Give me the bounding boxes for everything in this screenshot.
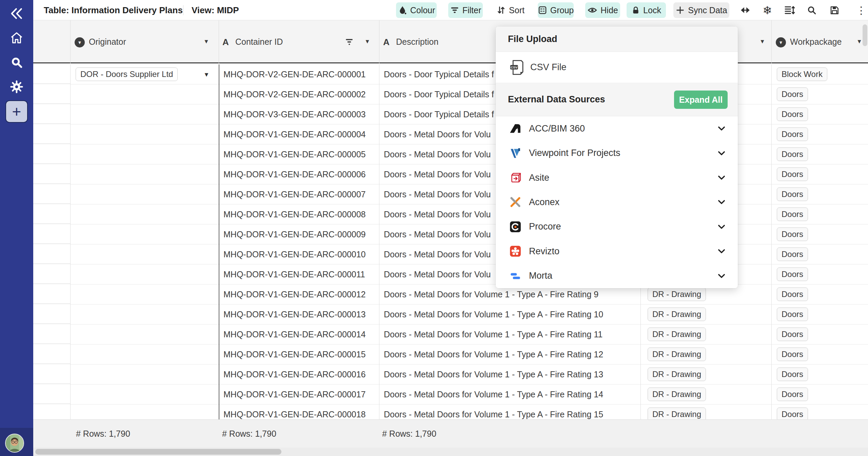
table-row[interactable]: MHQ-DOR-V1-GEN-DE-ARC-000010Doors - Meta… <box>70 244 868 264</box>
lock-button[interactable]: Lock <box>627 2 666 18</box>
table-row[interactable]: MHQ-DOR-V1-GEN-DE-ARC-000012Doors - Meta… <box>70 284 868 304</box>
workpackage-chip[interactable]: Doors <box>777 267 808 281</box>
chevron-down-icon[interactable] <box>717 222 726 232</box>
description-cell[interactable]: Doors - Door Typical Details f <box>384 84 494 104</box>
workpackage-chip[interactable]: Doors <box>777 127 808 141</box>
container-id-cell[interactable]: MHQ-DOR-V1-GEN-DE-ARC-000015 <box>223 344 366 364</box>
workpackage-chip[interactable]: Doors <box>777 147 808 161</box>
table-row[interactable]: MHQ-DOR-V1-GEN-DE-ARC-000016Doors - Meta… <box>70 364 868 384</box>
chevron-down-icon[interactable] <box>717 197 726 207</box>
avatar[interactable] <box>5 434 24 453</box>
workpackage-chip[interactable]: Doors <box>777 408 808 419</box>
sync-data-button[interactable]: Sync Data <box>673 2 729 18</box>
table-row[interactable]: MHQ-DOR-V1-GEN-DE-ARC-000013Doors - Meta… <box>70 304 868 324</box>
description-cell[interactable]: Doors - Door Typical Details f <box>384 104 494 124</box>
source-item-asite[interactable]: Asite <box>496 165 738 190</box>
container-id-cell[interactable]: MHQ-DOR-V1-GEN-DE-ARC-000016 <box>223 364 366 384</box>
workpackage-chip[interactable]: Doors <box>777 288 808 301</box>
table-row[interactable]: MHQ-DOR-V2-GEN-DE-ARC-000002Doors - Door… <box>70 84 868 104</box>
workpackage-chip[interactable]: Doors <box>777 87 808 101</box>
description-cell[interactable]: Doors - Metal Doors for Volu <box>384 204 491 224</box>
container-id-cell[interactable]: MHQ-DOR-V2-GEN-DE-ARC-000002 <box>223 84 366 104</box>
save-icon[interactable] <box>827 3 842 17</box>
table-row[interactable]: MHQ-DOR-V1-GEN-DE-ARC-000006Doors - Meta… <box>70 164 868 184</box>
type-chip[interactable]: DR - Drawing <box>648 288 706 301</box>
workpackage-chip[interactable]: Doors <box>777 227 808 241</box>
sidebar-item-collapse-sidebar[interactable] <box>0 3 33 24</box>
table-row[interactable]: MHQ-DOR-V1-GEN-DE-ARC-000008Doors - Meta… <box>70 204 868 224</box>
table-row[interactable]: MHQ-DOR-V1-GEN-DE-ARC-000004Doors - Meta… <box>70 124 868 144</box>
table-row[interactable]: MHQ-DOR-V1-GEN-DE-ARC-000009Doors - Meta… <box>70 224 868 244</box>
description-cell[interactable]: Doors - Metal Doors for Volu <box>384 244 491 264</box>
column-menu-caret-icon[interactable]: ▼ <box>364 38 370 45</box>
table-row[interactable]: MHQ-DOR-V1-GEN-DE-ARC-000011Doors - Meta… <box>70 264 868 284</box>
column-menu-caret-icon[interactable]: ▼ <box>760 38 765 45</box>
source-item-revizto[interactable]: Revizto <box>496 239 738 263</box>
description-cell[interactable]: Doors - Metal Doors for Volume 1 - Type … <box>384 364 603 384</box>
container-id-cell[interactable]: MHQ-DOR-V1-GEN-DE-ARC-000011 <box>223 264 365 284</box>
description-cell[interactable]: Doors - Metal Doors for Volu <box>384 144 491 164</box>
hide-button[interactable]: Hide <box>585 2 620 18</box>
container-id-cell[interactable]: MHQ-DOR-V1-GEN-DE-ARC-000014 <box>223 324 366 344</box>
container-id-cell[interactable]: MHQ-DOR-V1-GEN-DE-ARC-000008 <box>223 204 366 224</box>
description-cell[interactable]: Doors - Door Typical Details f <box>384 64 494 84</box>
chevron-down-icon[interactable] <box>717 271 726 281</box>
container-id-cell[interactable]: MHQ-DOR-V1-GEN-DE-ARC-000018 <box>223 404 366 419</box>
type-chip[interactable]: DR - Drawing <box>648 368 706 381</box>
workpackage-chip[interactable]: Doors <box>777 247 808 261</box>
freeze-icon[interactable]: ❄ <box>760 3 775 17</box>
cell-dropdown-caret-icon[interactable]: ▼ <box>203 71 210 78</box>
column-header-originator[interactable]: Originator <box>89 20 126 63</box>
column-menu-caret-icon[interactable]: ▼ <box>856 38 862 45</box>
table-row[interactable]: MHQ-DOR-V1-GEN-DE-ARC-000018Doors - Meta… <box>70 404 868 419</box>
workpackage-chip[interactable]: Block Work <box>777 67 827 81</box>
horizontal-scrollbar[interactable] <box>33 448 868 456</box>
workpackage-chip[interactable]: Doors <box>777 328 808 341</box>
column-header-workpackage[interactable]: Workpackage <box>790 20 842 63</box>
container-id-cell[interactable]: MHQ-DOR-V1-GEN-DE-ARC-000004 <box>223 124 366 144</box>
vertical-scrollbar-thumb[interactable] <box>863 24 867 46</box>
workpackage-chip[interactable]: Doors <box>777 388 808 401</box>
chevron-down-icon[interactable] <box>717 148 726 158</box>
horizontal-scrollbar-thumb[interactable] <box>35 449 281 455</box>
column-header-container-id[interactable]: Container ID <box>235 20 283 63</box>
container-id-cell[interactable]: MHQ-DOR-V1-GEN-DE-ARC-000010 <box>223 244 366 264</box>
container-id-cell[interactable]: MHQ-DOR-V3-GEN-DE-ARC-000003 <box>223 104 366 124</box>
container-id-cell[interactable]: MHQ-DOR-V1-GEN-DE-ARC-000006 <box>223 164 366 184</box>
source-item-procore[interactable]: Procore <box>496 215 738 239</box>
row-height-icon[interactable] <box>782 3 797 17</box>
sidebar-item-home[interactable] <box>0 27 33 49</box>
description-cell[interactable]: Doors - Metal Doors for Volu <box>384 264 491 284</box>
group-button[interactable]: Group <box>538 2 574 18</box>
source-item-viewpoint-for-projects[interactable]: Viewpoint For Projects <box>496 141 738 165</box>
type-chip[interactable]: DR - Drawing <box>648 388 706 401</box>
csv-file-option[interactable]: CSV CSV File <box>496 52 738 83</box>
expand-horizontal-icon[interactable] <box>738 3 753 17</box>
workpackage-chip[interactable]: Doors <box>777 167 808 181</box>
add-table-button[interactable]: + <box>5 100 28 123</box>
table-row[interactable]: MHQ-DOR-V1-GEN-DE-ARC-000007Doors - Meta… <box>70 184 868 204</box>
filter-button[interactable]: Filter <box>448 2 483 18</box>
chevron-down-icon[interactable] <box>717 173 726 182</box>
workpackage-chip[interactable]: Doors <box>777 368 808 381</box>
chevron-down-icon[interactable] <box>717 124 726 133</box>
container-id-cell[interactable]: MHQ-DOR-V1-GEN-DE-ARC-000017 <box>223 384 366 404</box>
table-row[interactable]: DOR - Doors Supplier Ltd▼MHQ-DOR-V2-GEN-… <box>70 64 868 84</box>
source-item-aconex[interactable]: Aconex <box>496 190 738 214</box>
chevron-down-icon[interactable] <box>717 246 726 256</box>
description-cell[interactable]: Doors - Metal Doors for Volu <box>384 184 491 204</box>
container-id-cell[interactable]: MHQ-DOR-V1-GEN-DE-ARC-000009 <box>223 224 366 244</box>
description-cell[interactable]: Doors - Metal Doors for Volume 1 - Type … <box>384 404 603 419</box>
container-id-cell[interactable]: MHQ-DOR-V1-GEN-DE-ARC-000007 <box>223 184 366 204</box>
sort-button[interactable]: Sort <box>494 2 527 18</box>
table-row[interactable]: MHQ-DOR-V1-GEN-DE-ARC-000017Doors - Meta… <box>70 384 868 404</box>
column-header-description[interactable]: Description <box>396 20 438 63</box>
expand-all-button[interactable]: Expand All <box>674 91 728 109</box>
sidebar-item-settings[interactable] <box>0 76 33 98</box>
table-row[interactable]: MHQ-DOR-V1-GEN-DE-ARC-000015Doors - Meta… <box>70 344 868 364</box>
type-chip[interactable]: DR - Drawing <box>648 328 706 341</box>
description-cell[interactable]: Doors - Metal Doors for Volume 1 - Type … <box>384 384 603 404</box>
description-cell[interactable]: Doors - Metal Doors for Volume 1 - Type … <box>384 344 603 364</box>
colour-button[interactable]: Colour <box>396 2 437 18</box>
container-id-cell[interactable]: MHQ-DOR-V1-GEN-DE-ARC-000013 <box>223 304 366 324</box>
